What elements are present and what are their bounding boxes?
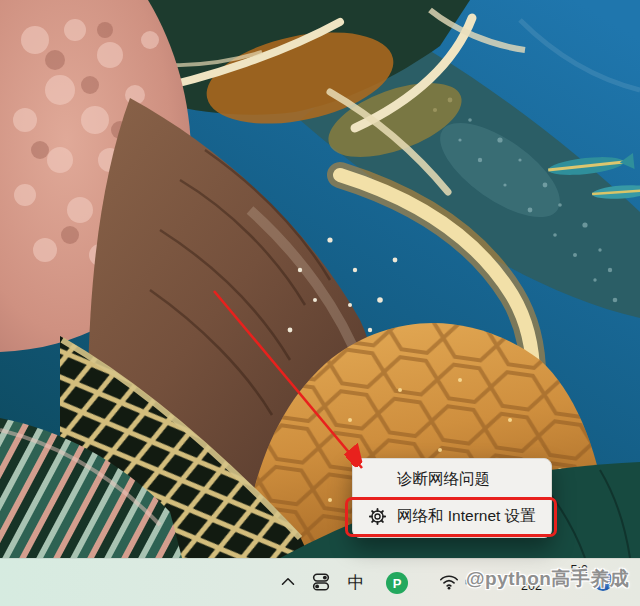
toggles-icon bbox=[310, 571, 332, 596]
menu-item-label: 诊断网络问题 bbox=[397, 469, 490, 490]
menu-item-label: 网络和 Internet 设置 bbox=[397, 506, 536, 527]
network-context-menu: 诊断网络问题 网络和 Internet 设置 bbox=[352, 458, 552, 538]
volume-icon bbox=[462, 571, 484, 596]
taskbar-clock-date[interactable]: 202 bbox=[521, 579, 542, 593]
tray-toggles-button[interactable] bbox=[309, 571, 333, 595]
network-tray-button[interactable] bbox=[437, 571, 461, 595]
gear-icon bbox=[367, 507, 387, 527]
green-app-badge[interactable]: P bbox=[386, 572, 408, 594]
taskbar: 中 P 5:0 202 bbox=[0, 558, 640, 606]
taskbar-clock-time[interactable]: 5:0 bbox=[548, 563, 588, 577]
menu-item-diagnose-network[interactable]: 诊断网络问题 bbox=[353, 461, 551, 498]
menu-item-network-internet-settings[interactable]: 网络和 Internet 设置 bbox=[353, 498, 551, 535]
volume-tray-button[interactable] bbox=[461, 571, 485, 595]
ime-indicator[interactable]: 中 bbox=[344, 571, 368, 595]
chevron-up-icon bbox=[277, 571, 299, 596]
menu-icon-spacer bbox=[367, 470, 387, 490]
green-app-badge-letter: P bbox=[393, 576, 402, 591]
tray-overflow-button[interactable] bbox=[276, 571, 300, 595]
desktop: 诊断网络问题 网络和 Internet 设置 bbox=[0, 0, 640, 606]
wifi-icon bbox=[438, 571, 460, 596]
